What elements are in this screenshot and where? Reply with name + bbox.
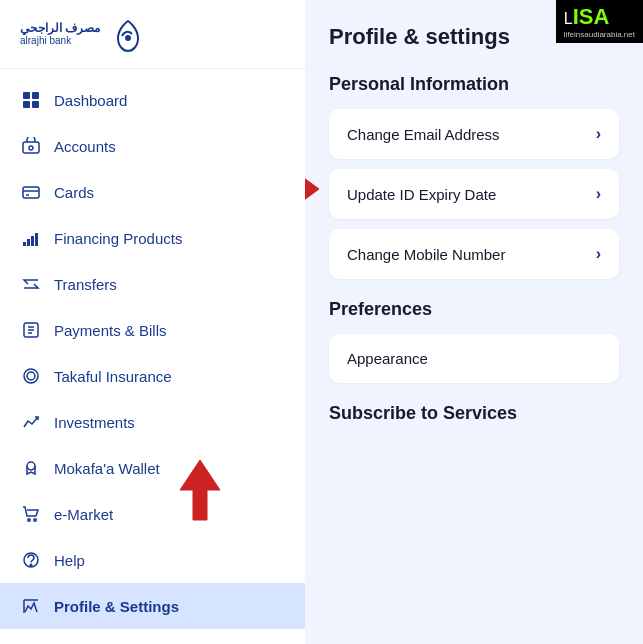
svg-marker-20 — [305, 167, 319, 211]
accounts-icon — [20, 135, 42, 157]
sidebar-item-accounts[interactable]: Accounts — [0, 123, 305, 169]
investments-icon — [20, 411, 42, 433]
emarket-icon — [20, 503, 42, 525]
dashboard-icon — [20, 89, 42, 111]
sidebar-item-help[interactable]: Help — [0, 537, 305, 583]
svg-point-14 — [27, 462, 35, 470]
chevron-right-icon: › — [596, 245, 601, 263]
sidebar-item-label: Takaful Insurance — [54, 368, 172, 385]
brand-arabic: مصرف الراجحي — [20, 22, 100, 35]
sidebar-item-label: e-Market — [54, 506, 113, 523]
lisa-l: L — [564, 10, 573, 27]
sidebar-item-label: Investments — [54, 414, 135, 431]
change-mobile-button[interactable]: Change Mobile Number › — [329, 229, 619, 279]
brand-logo: مصرف الراجحي alrajhi bank — [0, 0, 305, 69]
takaful-icon — [20, 365, 42, 387]
change-email-label: Change Email Address — [347, 126, 500, 143]
svg-rect-11 — [35, 233, 38, 246]
svg-rect-3 — [23, 101, 30, 108]
sidebar-item-label: Payments & Bills — [54, 322, 167, 339]
preferences-section: Preferences Appearance — [329, 299, 619, 383]
svg-rect-8 — [23, 242, 26, 246]
lisa-subtitle: lifeinsaudiarabia.net — [564, 30, 635, 39]
personal-info-title: Personal Information — [329, 74, 619, 95]
sidebar-item-financing[interactable]: Financing Products — [0, 215, 305, 261]
lisa-s: S — [579, 4, 594, 29]
lisa-a: A — [594, 4, 610, 29]
sidebar-item-label: Help — [54, 552, 85, 569]
help-icon — [20, 549, 42, 571]
mokafa-icon — [20, 457, 42, 479]
svg-point-18 — [30, 564, 32, 566]
update-id-label: Update ID Expiry Date — [347, 186, 496, 203]
sidebar-item-cards[interactable]: Cards — [0, 169, 305, 215]
change-email-button[interactable]: Change Email Address › — [329, 109, 619, 159]
sidebar-item-transfers[interactable]: Transfers — [0, 261, 305, 307]
sidebar-item-label: Transfers — [54, 276, 117, 293]
profile-icon — [20, 595, 42, 617]
lisa-watermark: LISA lifeinsaudiarabia.net — [556, 0, 643, 43]
svg-rect-7 — [23, 187, 39, 198]
chevron-right-icon: › — [596, 185, 601, 203]
svg-marker-19 — [180, 460, 220, 520]
sidebar-item-mokafa[interactable]: Mokafa'a Wallet — [0, 445, 305, 491]
svg-point-6 — [29, 146, 33, 150]
svg-rect-9 — [27, 239, 30, 246]
payments-icon — [20, 319, 42, 341]
sidebar-item-label: Accounts — [54, 138, 116, 155]
brand-text: مصرف الراجحي alrajhi bank — [20, 22, 100, 46]
down-arrow-indicator — [170, 460, 230, 544]
svg-rect-2 — [32, 92, 39, 99]
svg-point-15 — [28, 519, 30, 521]
sidebar-item-label: Mokafa'a Wallet — [54, 460, 160, 477]
subscribe-section: Subscribe to Services — [329, 403, 619, 424]
sidebar-nav: Dashboard Accounts Cards — [0, 69, 305, 644]
brand-icon — [108, 16, 144, 52]
appearance-label: Appearance — [347, 350, 428, 367]
sidebar-item-label: Financing Products — [54, 230, 182, 247]
sidebar-item-label: Cards — [54, 184, 94, 201]
chevron-right-icon: › — [596, 125, 601, 143]
main-content: LISA lifeinsaudiarabia.net Profile & set… — [305, 0, 643, 644]
sidebar-item-payments[interactable]: Payments & Bills — [0, 307, 305, 353]
change-mobile-label: Change Mobile Number — [347, 246, 505, 263]
transfers-icon — [20, 273, 42, 295]
personal-info-menu: Change Email Address › Update ID Expiry … — [329, 109, 619, 279]
appearance-button[interactable]: Appearance — [329, 334, 619, 383]
svg-rect-5 — [23, 142, 39, 153]
svg-rect-10 — [31, 236, 34, 246]
sidebar-item-investments[interactable]: Investments — [0, 399, 305, 445]
svg-point-13 — [24, 369, 38, 383]
sidebar-item-profile[interactable]: Profile & Settings — [0, 583, 305, 629]
financing-icon — [20, 227, 42, 249]
sidebar-item-takaful[interactable]: Takaful Insurance — [0, 353, 305, 399]
sidebar-item-label: Dashboard — [54, 92, 127, 109]
cards-icon — [20, 181, 42, 203]
subscribe-title: Subscribe to Services — [329, 403, 619, 424]
svg-point-0 — [125, 35, 131, 41]
sidebar-item-dashboard[interactable]: Dashboard — [0, 77, 305, 123]
preferences-title: Preferences — [329, 299, 619, 320]
update-id-expiry-button[interactable]: Update ID Expiry Date › — [329, 169, 619, 219]
svg-point-16 — [34, 519, 36, 521]
sidebar-item-label: Profile & Settings — [54, 598, 179, 615]
right-arrow-indicator — [305, 167, 319, 215]
sidebar-item-emarket[interactable]: e-Market — [0, 491, 305, 537]
brand-english: alrajhi bank — [20, 35, 100, 46]
sidebar: مصرف الراجحي alrajhi bank Dashboard — [0, 0, 305, 644]
svg-rect-1 — [23, 92, 30, 99]
svg-rect-4 — [32, 101, 39, 108]
